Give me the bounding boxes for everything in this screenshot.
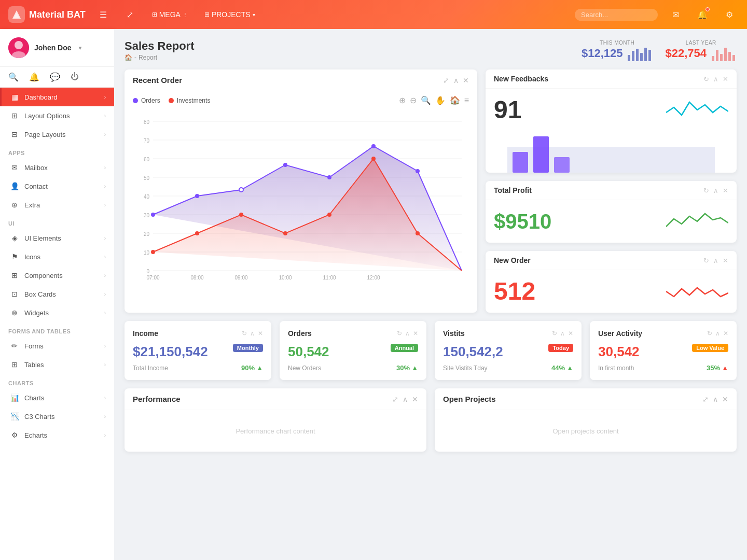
sidebar-item-layout-options[interactable]: ⊞ Layout Options › bbox=[0, 106, 114, 125]
page-layouts-icon: ⊟ bbox=[10, 130, 19, 138]
page-header: Sales Report 🏠 - Report THIS MONTH $12,1… bbox=[125, 39, 737, 61]
collapse-icon[interactable]: ∧ bbox=[560, 330, 565, 337]
collapse-icon[interactable]: ∧ bbox=[713, 395, 718, 403]
sidebar-item-dashboard[interactable]: ▦ Dashboard › bbox=[0, 88, 114, 106]
close-icon[interactable]: ✕ bbox=[723, 187, 728, 194]
sidebar-item-echarts[interactable]: ⚙Echarts › bbox=[0, 426, 114, 444]
refresh-icon[interactable]: ↻ bbox=[707, 330, 712, 337]
menu-icon[interactable]: ☰ bbox=[94, 5, 113, 24]
close-icon[interactable]: ✕ bbox=[723, 257, 728, 264]
search-input[interactable] bbox=[575, 9, 658, 21]
collapse-icon[interactable]: ∧ bbox=[713, 187, 718, 194]
projects-menu[interactable]: ⊞ PROJECTS ▾ bbox=[200, 8, 259, 21]
svg-point-38 bbox=[239, 188, 243, 192]
sidebar-item-tables[interactable]: ⊞Tables › bbox=[0, 355, 114, 374]
activity-card: User Activity ↻ ∧ ✕ 30,542 Low Value In … bbox=[590, 321, 737, 380]
close-card-icon[interactable]: ✕ bbox=[463, 76, 469, 85]
activity-header: User Activity ↻ ∧ ✕ bbox=[598, 329, 728, 338]
sidebar-label-box-cards: Box Cards bbox=[24, 290, 56, 298]
sidebar-item-components[interactable]: ⊞Components › bbox=[0, 266, 114, 285]
this-month-label: THIS MONTH bbox=[582, 40, 653, 46]
sidebar-user[interactable]: Johen Doe ▼ bbox=[0, 29, 114, 67]
menu-chart-icon[interactable]: ≡ bbox=[464, 96, 469, 105]
close-icon[interactable]: ✕ bbox=[568, 330, 573, 337]
legend-orders: Orders bbox=[133, 95, 160, 105]
orders-bottom: New Orders 30% ▲ bbox=[288, 364, 418, 372]
sidebar-item-page-layouts[interactable]: ⊟ Page Layouts › bbox=[0, 125, 114, 144]
sidebar-item-forms[interactable]: ✏Forms › bbox=[0, 337, 114, 355]
refresh-icon[interactable]: ↻ bbox=[397, 330, 402, 337]
mega-menu[interactable]: ⊞ MEGA ⋮ bbox=[148, 8, 192, 21]
username: Johen Doe bbox=[34, 44, 72, 52]
chat-icon[interactable]: 💬 bbox=[50, 72, 60, 82]
collapse-icon[interactable]: ∧ bbox=[713, 75, 718, 83]
zoom-in-icon[interactable]: ⊕ bbox=[399, 95, 406, 105]
stat-this-month: THIS MONTH $12,125 bbox=[582, 40, 653, 61]
collapse-icon[interactable]: ∧ bbox=[250, 330, 255, 337]
svg-text:10: 10 bbox=[144, 250, 150, 256]
settings-icon[interactable]: ⚙ bbox=[720, 5, 739, 24]
close-icon[interactable]: ✕ bbox=[723, 330, 728, 337]
bell-icon[interactable]: 🔔 bbox=[29, 72, 39, 82]
sidebar-item-charts[interactable]: 📊Charts › bbox=[0, 388, 114, 407]
sidebar-item-box-cards[interactable]: ⊡Box Cards › bbox=[0, 285, 114, 303]
collapse-icon[interactable]: ∧ bbox=[715, 330, 720, 337]
refresh-icon[interactable]: ↻ bbox=[703, 187, 709, 194]
svg-rect-6 bbox=[632, 51, 634, 61]
sidebar-item-ui-elements[interactable]: ◈UI Elements › bbox=[0, 229, 114, 247]
svg-rect-11 bbox=[712, 56, 714, 61]
svg-point-41 bbox=[371, 144, 376, 148]
home-chart-icon[interactable]: 🏠 bbox=[450, 95, 460, 105]
collapse-icon[interactable]: ∧ bbox=[405, 330, 410, 337]
bell-icon[interactable]: 🔔 bbox=[693, 5, 712, 24]
refresh-icon[interactable]: ↻ bbox=[703, 257, 709, 264]
performance-title: Performance bbox=[133, 395, 181, 403]
close-icon[interactable]: ✕ bbox=[723, 75, 728, 83]
collapse-icon[interactable]: ∧ bbox=[713, 257, 718, 264]
svg-point-47 bbox=[283, 231, 287, 235]
svg-rect-13 bbox=[720, 54, 723, 61]
up-arrow-icon: ▲ bbox=[411, 364, 418, 372]
sidebar-item-icons[interactable]: ⚑Icons › bbox=[0, 247, 114, 266]
sidebar-item-c3-charts[interactable]: 📉C3 Charts › bbox=[0, 407, 114, 426]
search-icon[interactable]: 🔍 bbox=[8, 72, 19, 82]
last-year-value: $22,754 bbox=[665, 47, 707, 60]
svg-text:70: 70 bbox=[144, 138, 150, 144]
income-actions: ↻ ∧ ✕ bbox=[242, 330, 263, 337]
legend-investments: Investments bbox=[169, 95, 211, 105]
home-icon[interactable]: 🏠 bbox=[125, 54, 132, 61]
svg-rect-8 bbox=[640, 53, 643, 61]
page-stats: THIS MONTH $12,125 LAS bbox=[582, 40, 737, 61]
sidebar-item-widgets[interactable]: ⊛Widgets › bbox=[0, 303, 114, 322]
close-icon[interactable]: ✕ bbox=[258, 330, 263, 337]
close-icon[interactable]: ✕ bbox=[722, 395, 728, 403]
investments-dot bbox=[169, 98, 174, 103]
search-chart-icon[interactable]: 🔍 bbox=[421, 95, 431, 105]
mail-icon[interactable]: ✉ bbox=[666, 5, 685, 24]
sidebar-item-contact[interactable]: 👤Contact › bbox=[0, 177, 114, 195]
refresh-icon[interactable]: ↻ bbox=[703, 75, 709, 83]
refresh-icon[interactable]: ↻ bbox=[242, 330, 247, 337]
avatar bbox=[8, 37, 29, 58]
feedbacks-card: New Feedbacks ↻ ∧ ✕ 91 bbox=[486, 69, 737, 173]
pan-icon[interactable]: ✋ bbox=[435, 95, 446, 105]
new-order-header: New Order ↻ ∧ ✕ bbox=[486, 251, 737, 270]
sidebar-item-extra[interactable]: ⊕Extra › bbox=[0, 195, 114, 214]
close-icon[interactable]: ✕ bbox=[412, 395, 418, 403]
svg-point-39 bbox=[283, 163, 287, 167]
expand-icon[interactable]: ⤢ bbox=[392, 395, 398, 403]
collapse-icon[interactable]: ∧ bbox=[403, 395, 408, 403]
close-icon[interactable]: ✕ bbox=[413, 330, 418, 337]
power-icon[interactable]: ⏻ bbox=[71, 72, 79, 82]
expand-icon[interactable]: ⤢ bbox=[121, 5, 140, 24]
income-sub: Total Income bbox=[133, 365, 168, 372]
expand-icon[interactable]: ⤢ bbox=[702, 395, 709, 403]
stat-last-year: LAST YEAR $22,754 bbox=[665, 40, 737, 61]
chevron-right-icon: › bbox=[104, 113, 106, 119]
activity-sub: In first month bbox=[598, 365, 634, 372]
zoom-out-icon[interactable]: ⊖ bbox=[410, 95, 417, 105]
refresh-icon[interactable]: ↻ bbox=[552, 330, 557, 337]
sidebar-item-mailbox[interactable]: ✉Mailbox › bbox=[0, 158, 114, 177]
expand-card-icon[interactable]: ⤢ bbox=[443, 76, 449, 85]
collapse-icon[interactable]: ∧ bbox=[453, 76, 459, 85]
